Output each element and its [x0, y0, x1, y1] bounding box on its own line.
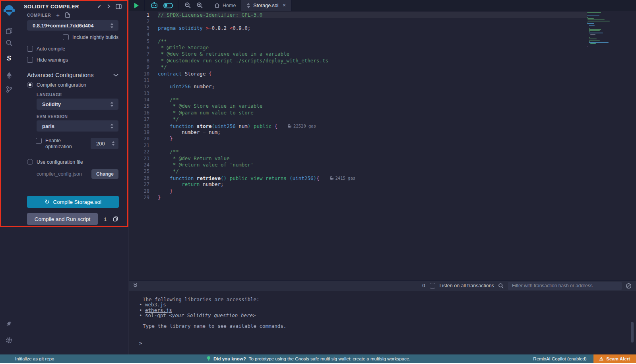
- use-configuration-file-radio[interactable]: [27, 159, 33, 165]
- include-nightly-checkbox[interactable]: [63, 34, 69, 40]
- copilot-toggle[interactable]: [163, 3, 173, 8]
- ai-copilot-robot-icon[interactable]: [150, 2, 158, 9]
- copilot-group: [145, 0, 179, 11]
- info-icon[interactable]: i: [104, 216, 107, 222]
- open-file-icon[interactable]: [65, 12, 70, 18]
- code-line-25[interactable]: 25 */: [129, 168, 636, 174]
- code-line-9[interactable]: 9 */: [129, 64, 636, 70]
- code-line-16[interactable]: 16 * @param num value to store: [129, 110, 636, 116]
- auto-compile-label: Auto compile: [37, 46, 65, 52]
- enable-optimization-checkbox[interactable]: [36, 138, 42, 144]
- copilot-status[interactable]: RemixAI Copilot (enabled): [533, 356, 586, 361]
- code-line-6[interactable]: 6 * @title Storage: [129, 45, 636, 51]
- code-line-1[interactable]: 1// SPDX-License-Identifier: GPL-3.0: [129, 12, 636, 18]
- remix-logo[interactable]: [0, 3, 18, 17]
- auto-compile-checkbox[interactable]: [27, 46, 33, 52]
- select-spinner-icon: [110, 23, 114, 28]
- zoom-out-icon[interactable]: [184, 2, 191, 9]
- hide-warnings-checkbox[interactable]: [27, 57, 33, 63]
- split-panel-icon[interactable]: [116, 4, 122, 9]
- close-tab-icon[interactable]: ✕: [283, 3, 286, 8]
- search-icon[interactable]: [498, 283, 504, 289]
- toggle-knob: [165, 4, 167, 7]
- code-line-18[interactable]: 18 function store(uint256 num) public {2…: [129, 123, 636, 129]
- sidebar-item-settings[interactable]: [0, 334, 18, 347]
- advanced-configurations-header[interactable]: Advanced Configurations: [27, 72, 118, 78]
- code-line-10[interactable]: 10contract Storage {: [129, 71, 636, 77]
- compiler-version-select[interactable]: 0.8.19+commit.7dd6d404: [27, 20, 118, 31]
- clear-console-icon[interactable]: [626, 283, 632, 289]
- code-line-23[interactable]: 23 * @dev Return value: [129, 155, 636, 162]
- code-line-5[interactable]: 5/**: [129, 38, 636, 45]
- change-config-button[interactable]: Change: [91, 169, 118, 179]
- compile-success-icon: ✓: [97, 3, 102, 10]
- compile-and-run-button[interactable]: Compile and Run script: [27, 213, 98, 225]
- compiler-configuration-radio[interactable]: [27, 82, 33, 88]
- code-line-28[interactable]: 28 }: [129, 188, 636, 194]
- code-line-24[interactable]: 24 * @return value of 'number': [129, 162, 636, 168]
- language-select[interactable]: Solidity: [37, 99, 118, 110]
- code-line-2[interactable]: 2: [129, 18, 636, 25]
- config-file-row: compiler_config.json Change: [37, 169, 118, 179]
- code-line-22[interactable]: 22 /**: [129, 149, 636, 155]
- sidebar-item-file-explorer[interactable]: [0, 25, 18, 37]
- sidebar-item-deploy-and-run[interactable]: [0, 69, 18, 82]
- line-number: 20: [129, 136, 149, 142]
- status-bar-right: RemixAI Copilot (enabled) ⚠ Scam Alert: [533, 354, 636, 363]
- code-line-29[interactable]: 29}: [129, 194, 636, 201]
- code-line-12[interactable]: 12 uint256 number;: [129, 83, 636, 90]
- warning-icon: ⚠: [599, 356, 604, 362]
- code-line-7[interactable]: 7 * @dev Store & retrieve value in a var…: [129, 51, 636, 57]
- sidebar-item-source-control[interactable]: [0, 83, 18, 96]
- code-line-3[interactable]: 3pragma solidity >=0.8.2 <0.9.0;: [129, 25, 636, 31]
- zoom-in-icon[interactable]: [196, 2, 203, 9]
- code-line-11[interactable]: 11: [129, 77, 636, 83]
- add-compiler-icon[interactable]: +: [56, 13, 60, 17]
- code-line-15[interactable]: 15 * @dev Store value in variable: [129, 103, 636, 109]
- tab-storage-sol[interactable]: Storage.sol ✕: [241, 0, 291, 11]
- copy-icon[interactable]: [113, 216, 118, 222]
- expand-terminal-icon[interactable]: [133, 282, 138, 289]
- code-line-27[interactable]: 27 return number;: [129, 181, 636, 188]
- tip-text: To prototype using the Gnosis safe multi…: [249, 356, 411, 361]
- listen-all-transactions-checkbox[interactable]: [430, 283, 435, 288]
- listen-all-transactions-label: Listen on all transactions: [439, 283, 494, 288]
- code-line-13[interactable]: 13: [129, 90, 636, 97]
- line-number: 12: [129, 83, 149, 90]
- code-line-8[interactable]: 8 * @custom:dev-run-script ./scripts/dep…: [129, 58, 636, 64]
- run-group: [129, 0, 145, 11]
- terminal-prompt[interactable]: >: [139, 341, 636, 346]
- solidity-compiler-icon: S: [6, 54, 12, 62]
- compile-button-label: Compile Storage.sol: [53, 199, 102, 205]
- sidebar-item-solidity-compiler[interactable]: S: [0, 52, 18, 65]
- sol-gpt-hint: <your Solidity question here>: [169, 312, 256, 318]
- code-editor[interactable]: 1// SPDX-License-Identifier: GPL-3.023pr…: [129, 11, 636, 280]
- minimap[interactable]: [587, 12, 611, 47]
- code-line-4[interactable]: 4: [129, 31, 636, 38]
- line-number: 29: [129, 194, 149, 201]
- code-line-17[interactable]: 17 */: [129, 116, 636, 122]
- solidity-file-icon: [246, 3, 250, 8]
- run-script-button[interactable]: [134, 3, 139, 8]
- code-line-20[interactable]: 20 }: [129, 136, 636, 142]
- code-line-14[interactable]: 14 /**: [129, 97, 636, 103]
- scam-alert-badge[interactable]: ⚠ Scam Alert: [593, 354, 636, 363]
- hide-warnings-row: Hide warnings: [27, 57, 128, 63]
- evm-version-select[interactable]: paris: [37, 120, 118, 132]
- terminal-output[interactable]: The following libraries are accessible: …: [129, 291, 636, 346]
- init-git-repo-button[interactable]: Initialize as git repo: [15, 356, 54, 361]
- enable-optimization-label: Enable optimization: [45, 138, 83, 150]
- transaction-filter-input[interactable]: [508, 282, 622, 290]
- compile-button[interactable]: ↻ Compile Storage.sol: [27, 196, 119, 208]
- code-line-21[interactable]: 21: [129, 142, 636, 149]
- line-number: 26: [129, 175, 149, 181]
- sidebar-item-search[interactable]: [0, 37, 18, 49]
- plug-icon: [5, 320, 13, 327]
- code-line-19[interactable]: 19 number = num;: [129, 129, 636, 136]
- sidebar-item-plugin-manager[interactable]: [0, 317, 18, 330]
- code-line-26[interactable]: 26 function retrieve() public view retur…: [129, 175, 636, 181]
- terminal-scrollbar[interactable]: [631, 322, 634, 343]
- tab-home[interactable]: Home: [209, 0, 241, 11]
- chevron-right-icon[interactable]: [107, 4, 111, 9]
- optimization-runs-input[interactable]: 200: [91, 138, 118, 149]
